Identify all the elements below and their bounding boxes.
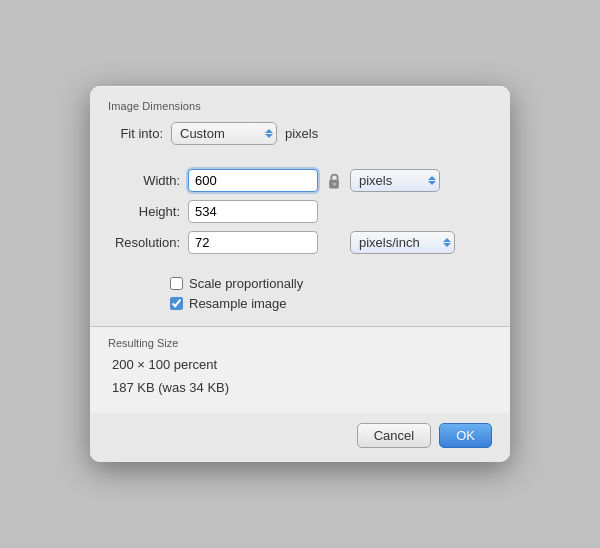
result-title: Resulting Size (108, 337, 492, 349)
lock-icon (326, 172, 342, 190)
result-section: Resulting Size 200 × 100 percent 187 KB … (90, 326, 510, 413)
fit-row: Fit into: Custom Screen 800 x 600 1024 x… (108, 122, 492, 145)
scale-checkbox[interactable] (170, 277, 183, 290)
resample-checkbox-row: Resample image (170, 296, 492, 311)
resample-label[interactable]: Resample image (189, 296, 287, 311)
resolution-label: Resolution: (108, 235, 188, 250)
image-dimensions-dialog: Image Dimensions Fit into: Custom Screen… (90, 86, 510, 462)
cancel-button[interactable]: Cancel (357, 423, 431, 448)
header-section: Image Dimensions Fit into: Custom Screen… (90, 86, 510, 169)
height-input[interactable] (188, 200, 318, 223)
scale-label[interactable]: Scale proportionally (189, 276, 303, 291)
height-row: Height: (108, 200, 492, 223)
fit-label: Fit into: (108, 126, 163, 141)
height-label: Height: (108, 204, 188, 219)
result-dimensions: 200 × 100 percent (108, 357, 492, 372)
resolution-unit-select[interactable]: pixels/inch pixels/cm (350, 231, 455, 254)
buttons-row: Cancel OK (90, 413, 510, 462)
result-size: 187 KB (was 34 KB) (108, 380, 492, 395)
resolution-row: Resolution: pixels/inch pixels/cm (108, 231, 492, 254)
fit-select[interactable]: Custom Screen 800 x 600 1024 x 768 1280 … (171, 122, 277, 145)
resolution-unit-wrapper: pixels/inch pixels/cm (350, 231, 455, 254)
width-row: Width: pixels percent cm mm inches (108, 169, 492, 192)
fields-area: Width: pixels percent cm mm inches (90, 169, 510, 272)
width-label: Width: (108, 173, 188, 188)
resolution-input[interactable] (188, 231, 318, 254)
fit-select-wrapper: Custom Screen 800 x 600 1024 x 768 1280 … (171, 122, 277, 145)
width-input[interactable] (188, 169, 318, 192)
ok-button[interactable]: OK (439, 423, 492, 448)
svg-point-1 (333, 182, 336, 185)
pixels-unit-wrapper: pixels percent cm mm inches (350, 169, 440, 192)
fit-unit-label: pixels (285, 126, 318, 141)
dialog-title: Image Dimensions (108, 100, 492, 112)
scale-checkbox-row: Scale proportionally (170, 276, 492, 291)
pixels-unit-select[interactable]: pixels percent cm mm inches (350, 169, 440, 192)
lock-icon-wrapper (322, 172, 346, 190)
resample-checkbox[interactable] (170, 297, 183, 310)
checkboxes-area: Scale proportionally Resample image (90, 272, 510, 326)
